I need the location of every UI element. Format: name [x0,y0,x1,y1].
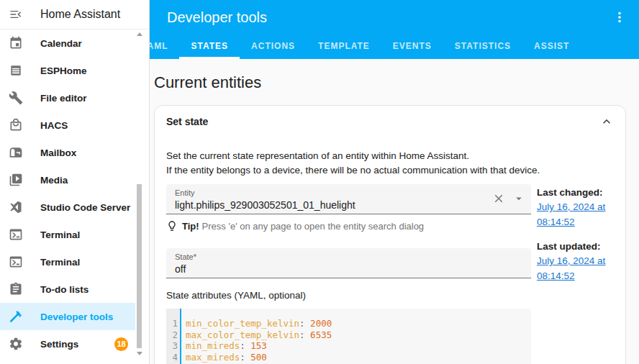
app-title: Home Assistant [40,8,120,21]
line-number: 1 [166,318,178,329]
tip-bold: Tip! [182,221,199,232]
card-title: Set state [166,116,208,127]
sidebar-item-label: Calendar [40,38,82,49]
sidebar-header: Home Assistant [0,0,149,29]
entity-field-label: Entity [175,188,522,197]
set-state-card-header[interactable]: Set state [166,114,614,129]
sidebar-item-hacs[interactable]: HACS [0,112,135,139]
sidebar-item-label: Studio Code Server [40,202,130,213]
yaml-line: max_color_temp_kelvin: 6535 [186,329,332,341]
line-number: 2 [166,329,178,341]
sidebar-item-terminal-9[interactable]: Terminal [0,248,135,276]
hammer-icon [9,309,23,324]
sidebar-item-label: HACS [40,120,68,131]
tab-statistics[interactable]: STATISTICS [443,35,522,59]
chevron-up-icon [599,114,614,129]
chevron-up-icon[interactable] [599,114,614,129]
sidebar-item-label: Settings [40,339,78,350]
lightbulb-icon [166,220,178,232]
form-row: Entity light.philips_929003052501_01_hue… [166,184,614,364]
tab-assist[interactable]: ASSIST [522,35,581,59]
line-number: 4 [166,352,178,363]
entity-field-icons [492,192,525,205]
description-line-2: If the entity belongs to a device, there… [166,163,614,178]
app-bar: Developer tools YAMLSTATESACTIONSTEMPLAT… [150,0,639,59]
sidebar-item-mailbox[interactable]: Mailbox [0,139,135,166]
state-field-value: off [175,263,522,275]
last-updated-label: Last updated: [537,240,616,253]
sidebar-item-settings[interactable]: Settings18 [0,330,135,358]
set-state-card: Set state Set the current state represen… [154,105,626,364]
tip-text: Press 'e' on any page to open the entity… [202,221,425,232]
last-changed-date[interactable]: July 16, 2024 at [537,199,616,214]
menu-open-icon[interactable] [9,7,23,22]
state-field-label: State* [175,252,522,261]
state-field[interactable]: State* off [166,248,531,278]
tab-events[interactable]: EVENTS [381,35,443,59]
chip-icon [9,63,23,78]
notification-badge: 18 [114,337,128,351]
sidebar-item-media[interactable]: Media [0,166,135,194]
calendar-icon [9,36,23,50]
clear-icon[interactable] [492,192,505,205]
sidebar-item-to-do-lists[interactable]: To-do lists [0,276,135,303]
tab-template[interactable]: TEMPLATE [307,35,381,59]
sidebar-item-file-editor[interactable]: File editor [0,84,135,112]
yaml-line: min_mireds: 153 [186,340,332,352]
app-bar-top: Developer tools [150,0,639,30]
sidebar-item-terminal-8[interactable]: Terminal [0,221,135,248]
entity-field[interactable]: Entity light.philips_929003052501_01_hue… [166,184,531,214]
tab-bar: YAMLSTATESACTIONSTEMPLATEEVENTSSTATISTIC… [150,35,561,59]
sidebar-item-esphome[interactable]: ESPHome [0,57,135,84]
lightbulb-icon [166,220,178,232]
sidebar-item-developer-tools[interactable]: Developer tools [0,303,135,330]
tip-row: Tip! Press 'e' on any page to open the e… [166,220,531,232]
last-changed-block: Last changed: July 16, 2024 at 08:14:52 [537,186,616,229]
dots-vertical-icon [612,9,627,25]
gear-icon [9,337,23,351]
last-changed-label: Last changed: [537,186,616,199]
sidebar-item-studio-code-server[interactable]: Studio Code Server [0,194,135,221]
line-number: 3 [166,340,178,352]
terminal-icon [9,255,23,269]
page-title: Current entities [154,73,639,92]
page-header-title: Developer tools [167,9,267,26]
todo-icon [9,282,23,296]
card-description: Set the current state representation of … [166,149,614,178]
yaml-editor[interactable]: 12345 min_color_temp_kelvin: 2000max_col… [166,309,531,364]
menu-open-icon [9,7,23,22]
last-updated-block: Last updated: July 16, 2024 at 08:14:52 [537,240,616,283]
editor-gutter: 12345 [166,309,180,364]
bag-icon [9,118,23,132]
last-updated-time[interactable]: 08:14:52 [537,268,616,283]
last-changed-link[interactable]: July 16, 2024 at 08:14:52 [537,199,616,229]
sidebar-scrollbar[interactable] [136,29,142,358]
entity-field-value: light.philips_929003052501_01_huelight [175,199,522,211]
media-icon [9,173,23,187]
sidebar-item-label: ESPHome [40,65,87,76]
menu-down-icon [512,192,525,205]
last-updated-date[interactable]: July 16, 2024 at [537,253,616,268]
vscode-icon [9,200,23,214]
yaml-line: min_color_temp_kelvin: 2000 [186,318,332,329]
scroll-down-arrow-icon[interactable] [137,352,142,355]
dropdown-caret-icon[interactable] [512,192,525,205]
dots-vertical-icon[interactable] [612,9,627,25]
attributes-label: State attributes (YAML, optional) [166,290,531,301]
sidebar-item-label: Terminal [40,257,80,268]
scroll-up-arrow-icon[interactable] [137,32,142,36]
last-changed-time[interactable]: 08:14:52 [537,214,616,229]
form-column: Entity light.philips_929003052501_01_hue… [166,184,531,364]
tab-actions[interactable]: ACTIONS [240,35,307,59]
sidebar-scrollbar-thumb[interactable] [137,184,142,348]
sidebar-item-calendar[interactable]: Calendar [0,29,135,57]
sidebar-item-label: To-do lists [40,284,89,295]
terminal-icon [9,227,23,242]
close-icon [492,192,505,205]
tab-states[interactable]: STATES [179,35,240,59]
mailbox-icon [9,145,23,160]
sidebar-nav: CalendarESPHomeFile editorHACSMailboxMed… [0,29,135,358]
wrench-icon [9,91,23,105]
last-updated-link[interactable]: July 16, 2024 at 08:14:52 [537,253,616,283]
description-line-1: Set the current state representation of … [166,149,614,163]
